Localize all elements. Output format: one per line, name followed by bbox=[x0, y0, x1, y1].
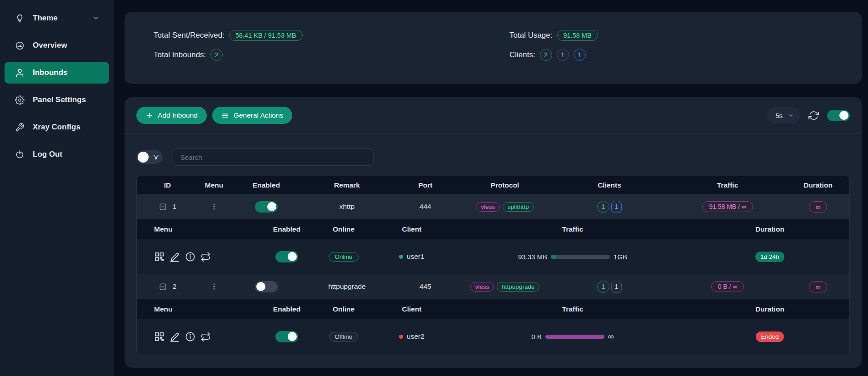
traffic-total: ∞ bbox=[608, 332, 614, 341]
inbound-port: 445 bbox=[391, 282, 459, 291]
gauge-icon bbox=[15, 40, 25, 50]
subcol-duration: Duration bbox=[690, 225, 849, 233]
stats-right-column: Total Usage: 91.58 MB Clients: 2 1 1 bbox=[493, 30, 833, 84]
inbound-port: 444 bbox=[391, 203, 459, 211]
col-traffic: Traffic bbox=[668, 181, 787, 189]
clients-row: Clients: 2 1 1 bbox=[509, 49, 833, 61]
add-inbound-button[interactable]: Add Inbound bbox=[136, 107, 207, 124]
info-icon[interactable] bbox=[185, 331, 195, 342]
sidebar-item-label: Xray Configs bbox=[33, 123, 80, 132]
client-name: user2 bbox=[407, 332, 424, 341]
sidebar-item-label: Panel Settings bbox=[33, 95, 86, 104]
col-enabled: Enabled bbox=[230, 181, 303, 189]
general-actions-button[interactable]: General Actions bbox=[212, 107, 292, 124]
client-enabled-toggle[interactable] bbox=[275, 331, 298, 342]
user-icon bbox=[15, 68, 25, 78]
edit-icon[interactable] bbox=[170, 331, 180, 342]
inbound-clients-online-count: 1 bbox=[611, 201, 622, 213]
col-menu: Menu bbox=[198, 181, 230, 189]
inbound-row-1[interactable]: 1 xhttp 444 vless splithttp 1 1 bbox=[137, 194, 849, 219]
toolbar-right: 5s bbox=[767, 107, 850, 124]
wrench-icon bbox=[15, 122, 25, 132]
protocol-tag: httpupgrade bbox=[497, 282, 539, 292]
inbound-row-2[interactable]: 2 httpupgrade 445 vless httpupgrade 1 1 bbox=[137, 274, 849, 299]
sidebar-item-panel-settings[interactable]: Panel Settings bbox=[5, 89, 109, 111]
inbounds-card: Add Inbound General Actions 5s bbox=[125, 97, 862, 368]
total-usage-row: Total Usage: 91.58 MB bbox=[509, 30, 833, 41]
sidebar-item-label: Theme bbox=[33, 14, 58, 23]
total-sent-received-label: Total Sent/Received: bbox=[154, 31, 224, 40]
qr-code-icon[interactable] bbox=[154, 252, 165, 262]
refresh-interval-select[interactable]: 5s bbox=[767, 107, 800, 124]
inbound-id: 1 bbox=[173, 203, 177, 211]
inbound-id: 2 bbox=[173, 282, 177, 291]
edit-icon[interactable] bbox=[170, 252, 180, 262]
sidebar-item-xray-configs[interactable]: Xray Configs bbox=[5, 116, 109, 138]
clients-label: Clients: bbox=[509, 50, 535, 59]
sidebar: Theme Overview Inbounds Panel Settings X… bbox=[0, 0, 114, 376]
clients-deactivated-badge: 1 bbox=[557, 49, 569, 61]
col-id: ID bbox=[137, 181, 198, 189]
subcol-traffic: Traffic bbox=[455, 225, 690, 233]
toolbar: Add Inbound General Actions 5s bbox=[136, 106, 850, 124]
traffic-total: 1GB bbox=[614, 253, 627, 261]
chevron-down-icon bbox=[93, 15, 99, 21]
protocol-tag: splithttp bbox=[503, 202, 534, 212]
client-enabled-toggle[interactable] bbox=[275, 251, 298, 262]
col-remark: Remark bbox=[303, 181, 391, 189]
sidebar-item-log-out[interactable]: Log Out bbox=[5, 143, 109, 165]
inbound-enabled-toggle[interactable] bbox=[255, 201, 278, 213]
table-header: ID Menu Enabled Remark Port Protocol Cli… bbox=[137, 176, 849, 194]
client-status-dot bbox=[399, 255, 403, 259]
subcol-enabled: Enabled bbox=[255, 225, 319, 233]
refresh-icon[interactable] bbox=[808, 110, 819, 121]
subcol-menu: Menu bbox=[137, 225, 255, 233]
filter-toggle-knob bbox=[138, 152, 149, 163]
inbound-clients-count: 1 bbox=[597, 201, 609, 213]
col-clients: Clients bbox=[550, 181, 668, 189]
sidebar-item-theme[interactable]: Theme bbox=[5, 7, 109, 29]
stats-card: Total Sent/Received: 58.41 KB / 91.53 MB… bbox=[125, 12, 862, 84]
subcol-client: Client bbox=[369, 225, 455, 233]
client-status-dot bbox=[399, 335, 403, 339]
total-inbounds-value: 2 bbox=[210, 49, 223, 61]
inbound-clients-online-count: 1 bbox=[611, 281, 622, 293]
sidebar-item-overview[interactable]: Overview bbox=[5, 35, 109, 56]
funnel-icon bbox=[153, 154, 160, 161]
total-usage-label: Total Usage: bbox=[509, 31, 553, 40]
traffic-progress-fill bbox=[545, 335, 604, 339]
collapse-icon[interactable] bbox=[159, 203, 167, 211]
qr-code-icon[interactable] bbox=[154, 331, 165, 342]
total-inbounds-row: Total Inbounds: 2 bbox=[154, 49, 493, 61]
inbound-enabled-toggle[interactable] bbox=[255, 281, 278, 292]
client-table-header: Menu Enabled Online Client Traffic Durat… bbox=[137, 219, 849, 239]
main-content: Total Sent/Received: 58.41 KB / 91.53 MB… bbox=[114, 0, 868, 376]
logout-icon bbox=[15, 149, 25, 159]
renew-icon[interactable] bbox=[200, 252, 211, 262]
protocol-tag: vless bbox=[470, 282, 494, 292]
subcol-menu: Menu bbox=[137, 305, 255, 313]
row-menu-icon[interactable] bbox=[210, 282, 218, 291]
subcol-traffic: Traffic bbox=[455, 305, 690, 313]
general-actions-label: General Actions bbox=[234, 111, 283, 119]
inbound-remark: xhttp bbox=[303, 203, 391, 211]
renew-icon[interactable] bbox=[200, 331, 211, 342]
filter-toggle[interactable] bbox=[136, 150, 163, 164]
col-protocol: Protocol bbox=[459, 181, 550, 189]
client-row-user2: Offline user2 0 B ∞ Ended bbox=[137, 319, 849, 354]
client-duration-badge: Ended bbox=[756, 331, 783, 342]
inbound-duration-badge: ∞ bbox=[809, 281, 828, 292]
inbound-traffic-badge: 91.58 MB / ∞ bbox=[702, 201, 753, 212]
collapse-icon[interactable] bbox=[159, 282, 167, 291]
sidebar-item-inbounds[interactable]: Inbounds bbox=[5, 62, 109, 84]
inbound-duration-badge: ∞ bbox=[809, 201, 828, 213]
row-menu-icon[interactable] bbox=[210, 203, 218, 211]
refresh-interval-value: 5s bbox=[775, 112, 783, 119]
subcol-online: Online bbox=[319, 225, 369, 233]
client-table-header: Menu Enabled Online Client Traffic Durat… bbox=[137, 299, 849, 319]
search-input[interactable] bbox=[173, 148, 374, 166]
auto-refresh-toggle[interactable] bbox=[827, 110, 850, 121]
info-icon[interactable] bbox=[185, 252, 195, 262]
gear-icon bbox=[15, 95, 25, 105]
traffic-progress-bar bbox=[545, 335, 604, 339]
